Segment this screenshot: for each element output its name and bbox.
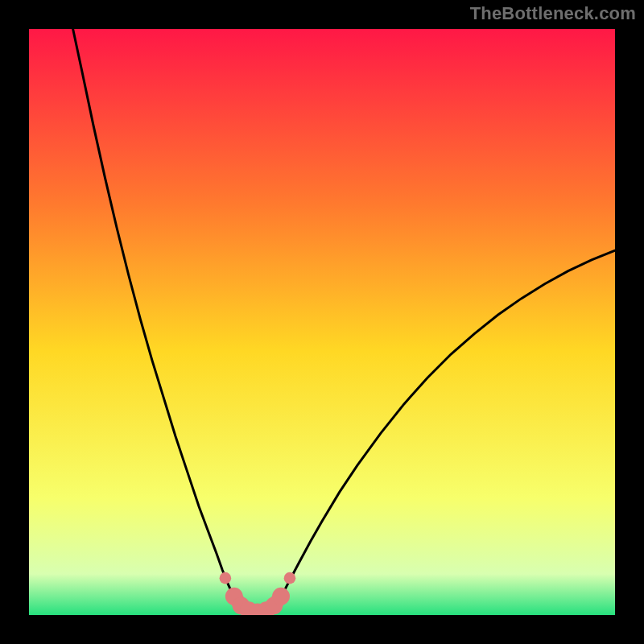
marker-dot [220,572,232,584]
marker-dot [272,588,290,605]
marker-dot [284,572,296,584]
chart-svg [29,29,615,615]
gradient-background [29,29,615,615]
watermark-text: TheBottleneck.com [470,3,636,24]
chart-frame: TheBottleneck.com [0,0,644,644]
plot-area [29,29,615,615]
